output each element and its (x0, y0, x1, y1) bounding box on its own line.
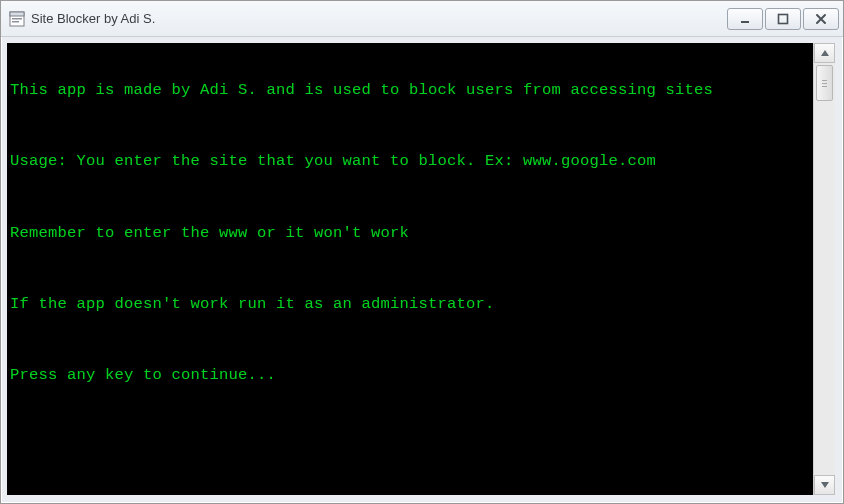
scroll-up-arrow-icon[interactable] (814, 43, 835, 63)
client-area: This app is made by Adi S. and is used t… (1, 37, 843, 503)
window-controls (727, 8, 839, 30)
svg-rect-3 (12, 21, 19, 23)
application-window: Site Blocker by Adi S. This app is made … (0, 0, 844, 504)
scroll-down-arrow-icon[interactable] (814, 475, 835, 495)
vertical-scrollbar[interactable] (813, 43, 835, 495)
console-line: Press any key to continue... (10, 367, 810, 385)
close-button[interactable] (803, 8, 839, 30)
svg-rect-5 (779, 14, 788, 23)
minimize-button[interactable] (727, 8, 763, 30)
scroll-thumb[interactable] (816, 65, 833, 101)
console-line: Remember to enter the www or it won't wo… (10, 225, 810, 243)
console-output[interactable]: This app is made by Adi S. and is used t… (7, 43, 813, 495)
scroll-track[interactable] (814, 63, 835, 475)
app-icon (9, 11, 25, 27)
console-line: If the app doesn't work run it as an adm… (10, 296, 810, 314)
svg-rect-4 (741, 21, 749, 23)
maximize-button[interactable] (765, 8, 801, 30)
svg-rect-2 (12, 18, 22, 20)
console-line: Usage: You enter the site that you want … (10, 153, 810, 171)
console-line: This app is made by Adi S. and is used t… (10, 82, 810, 100)
titlebar[interactable]: Site Blocker by Adi S. (1, 1, 843, 37)
window-title: Site Blocker by Adi S. (31, 11, 727, 26)
svg-rect-1 (10, 12, 24, 16)
